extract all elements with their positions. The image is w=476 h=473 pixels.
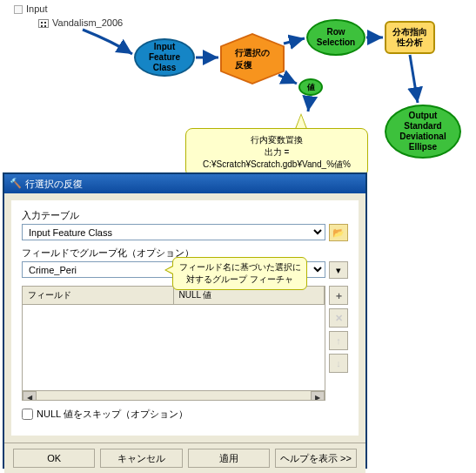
horizontal-scrollbar[interactable]: ◀ ▶ bbox=[23, 390, 325, 401]
col-field[interactable]: フィールド bbox=[23, 287, 174, 304]
scroll-right-icon[interactable]: ▶ bbox=[311, 391, 325, 401]
dialog-button-bar: OK キャンセル 適用 ヘルプを表示 >> bbox=[4, 443, 365, 473]
callout-tail bbox=[296, 115, 306, 129]
dialog-iterate-row-selection: 行選択の反復 入力テーブル Input Feature Class 📂 フィール… bbox=[3, 172, 367, 469]
group-by-dropdown-button[interactable]: ▾ bbox=[329, 261, 348, 279]
hammer-icon bbox=[10, 178, 22, 190]
dialog-title: 行選択の反復 bbox=[25, 178, 83, 191]
skip-null-label: NULL 値をスキップ（オプション） bbox=[37, 408, 188, 421]
node-dist-label: 分布指向 性分析 bbox=[392, 27, 427, 48]
input-table-combo[interactable]: Input Feature Class bbox=[22, 224, 325, 240]
add-button[interactable]: ＋ bbox=[329, 286, 348, 305]
dataset-label: Vandalism_2006 bbox=[52, 17, 123, 28]
callout-line1: 行内変数置換 bbox=[191, 134, 362, 146]
move-up-button[interactable]: ↑ bbox=[329, 331, 348, 350]
remove-button[interactable]: ✕ bbox=[329, 308, 348, 328]
move-down-button[interactable]: ↓ bbox=[329, 354, 348, 373]
callout-line2: 出力 = bbox=[191, 146, 362, 159]
apply-button[interactable]: 適用 bbox=[188, 449, 270, 468]
dialog-body: 入力テーブル Input Feature Class 📂 フィールドでグループ化… bbox=[11, 200, 359, 436]
dialog-titlebar[interactable]: 行選択の反復 bbox=[4, 174, 365, 193]
node-value-label: 値 bbox=[307, 83, 315, 92]
node-output-ellipse[interactable]: Output Standard Deviational Ellipse bbox=[385, 105, 461, 159]
node-input-label: Input Feature Class bbox=[149, 42, 180, 73]
svg-line-4 bbox=[410, 55, 418, 103]
cancel-button[interactable]: キャンセル bbox=[100, 449, 182, 468]
tree-item-dataset[interactable]: Vandalism_2006 bbox=[38, 17, 123, 28]
app-title: Input bbox=[14, 3, 47, 14]
node-value[interactable]: 値 bbox=[298, 78, 323, 96]
svg-line-5 bbox=[308, 98, 310, 111]
input-table-label: 入力テーブル bbox=[22, 209, 348, 222]
node-hex-label: 行選択の 反復 bbox=[235, 47, 270, 71]
callout-line3: C:¥Scratch¥Scratch.gdb¥Vand_%値% bbox=[191, 159, 362, 171]
up-icon: ↑ bbox=[336, 335, 341, 346]
node-row-sel-label: Row Selection bbox=[317, 27, 355, 48]
callout-inline-variable: 行内変数置換 出力 = C:¥Scratch¥Scratch.gdb¥Vand_… bbox=[185, 128, 368, 177]
scroll-left-icon[interactable]: ◀ bbox=[23, 391, 37, 401]
svg-line-1 bbox=[284, 38, 305, 44]
plus-icon: ＋ bbox=[334, 289, 344, 302]
node-input-feature-class[interactable]: Input Feature Class bbox=[134, 38, 195, 77]
node-row-selection[interactable]: Row Selection bbox=[306, 19, 365, 56]
folder-icon: 📂 bbox=[332, 227, 345, 239]
svg-line-2 bbox=[278, 75, 297, 84]
side-buttons: ＋ ✕ ↑ ↓ bbox=[329, 286, 348, 401]
browse-button[interactable]: 📂 bbox=[329, 224, 348, 241]
ok-button[interactable]: OK bbox=[13, 449, 95, 468]
model-icon bbox=[14, 5, 23, 14]
help-button[interactable]: ヘルプを表示 >> bbox=[275, 449, 357, 468]
hint-text: フィールド名に基づいた選択に対するグループ フィーチャ bbox=[179, 262, 301, 284]
down-icon: ↓ bbox=[336, 358, 341, 368]
skip-null-checkbox[interactable] bbox=[22, 409, 33, 420]
dataset-icon bbox=[38, 19, 49, 28]
hint-tail bbox=[166, 266, 175, 274]
fields-table[interactable]: フィールド NULL 値 ◀ ▶ bbox=[22, 286, 325, 401]
dropdown-icon: ▾ bbox=[336, 265, 341, 276]
table-body bbox=[23, 305, 325, 390]
app-title-text: Input bbox=[26, 3, 47, 14]
group-by-hint: フィールド名に基づいた選択に対するグループ フィーチャ bbox=[172, 257, 307, 290]
node-directional-distribution[interactable]: 分布指向 性分析 bbox=[385, 21, 435, 54]
cross-icon: ✕ bbox=[335, 313, 343, 324]
node-output-label: Output Standard Deviational Ellipse bbox=[399, 111, 446, 152]
